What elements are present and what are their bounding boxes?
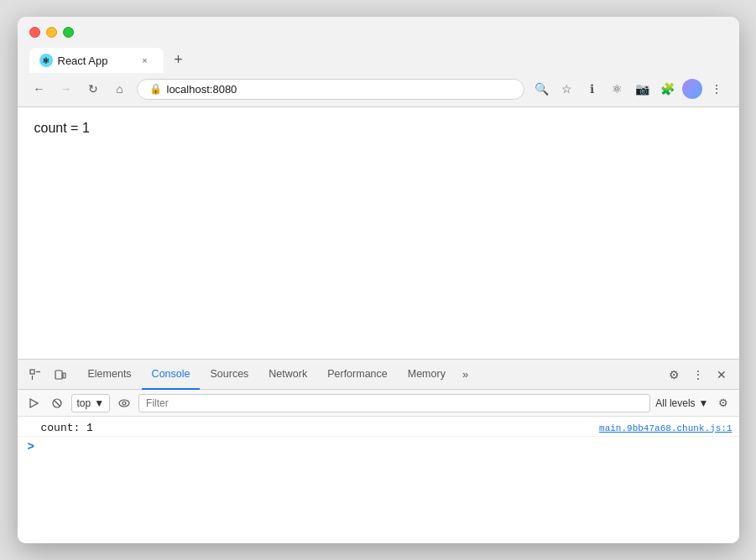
console-row-link[interactable]: main.9bb47a68.chunk.js:1 bbox=[599, 423, 732, 433]
extensions-icon[interactable]: 🧩 bbox=[657, 78, 679, 100]
filter-input[interactable] bbox=[138, 394, 650, 412]
console-settings-icon[interactable]: ⚙ bbox=[714, 394, 733, 412]
tab-title: React App bbox=[58, 54, 133, 67]
home-button[interactable]: ⌂ bbox=[110, 79, 130, 99]
device-mode-icon[interactable] bbox=[50, 364, 71, 386]
tab-network[interactable]: Network bbox=[258, 360, 317, 390]
console-toolbar: top ▼ All levels ▼ ⚙ bbox=[18, 390, 739, 417]
console-stop-button[interactable] bbox=[48, 394, 66, 412]
tab-favicon: ⚛ bbox=[39, 54, 53, 67]
devtools-more-button[interactable]: ⋮ bbox=[687, 364, 709, 386]
tab-sources[interactable]: Sources bbox=[200, 360, 258, 390]
console-content: count: 1 main.9bb47a68.chunk.js:1 > bbox=[18, 417, 739, 543]
reload-button[interactable]: ↻ bbox=[83, 79, 103, 99]
svg-rect-0 bbox=[30, 370, 34, 374]
tab-close-button[interactable]: × bbox=[138, 54, 152, 67]
tab-console[interactable]: Console bbox=[142, 360, 201, 390]
new-tab-button[interactable]: + bbox=[167, 48, 190, 71]
bookmark-icon[interactable]: ☆ bbox=[556, 78, 578, 100]
console-prompt[interactable]: > bbox=[18, 437, 739, 457]
menu-button[interactable]: ⋮ bbox=[706, 78, 727, 100]
minimize-window-button[interactable] bbox=[46, 27, 57, 38]
maximize-window-button[interactable] bbox=[63, 27, 74, 38]
devtools-close-button[interactable]: ✕ bbox=[711, 364, 733, 386]
console-row: count: 1 main.9bb47a68.chunk.js:1 bbox=[18, 420, 739, 437]
title-bar: ⚛ React App × + bbox=[18, 17, 739, 73]
devtools-right-icons: ⚙ ⋮ ✕ bbox=[664, 364, 733, 386]
tab-performance[interactable]: Performance bbox=[317, 360, 398, 390]
url-bar[interactable]: 🔒 localhost:8080 bbox=[137, 79, 524, 100]
profile-avatar[interactable] bbox=[682, 79, 702, 99]
devtools-settings-icon[interactable]: ⚙ bbox=[664, 364, 686, 386]
svg-point-8 bbox=[119, 400, 129, 407]
tab-memory[interactable]: Memory bbox=[398, 360, 456, 390]
back-button[interactable]: ← bbox=[29, 79, 50, 99]
more-tabs-button[interactable]: » bbox=[456, 368, 475, 381]
url-text: localhost:8080 bbox=[167, 83, 237, 96]
browser-tab[interactable]: ⚛ React App × bbox=[29, 48, 164, 73]
svg-rect-4 bbox=[63, 373, 65, 378]
svg-point-9 bbox=[123, 402, 126, 405]
console-eye-button[interactable] bbox=[115, 394, 133, 412]
svg-rect-3 bbox=[55, 371, 62, 379]
context-selector[interactable]: top ▼ bbox=[71, 394, 111, 412]
levels-selector[interactable]: All levels ▼ bbox=[655, 397, 708, 409]
page-content: count = 1 bbox=[18, 107, 739, 359]
lock-icon: 🔒 bbox=[149, 83, 162, 95]
svg-line-7 bbox=[55, 401, 60, 406]
forward-button[interactable]: → bbox=[56, 79, 76, 99]
tab-elements[interactable]: Elements bbox=[78, 360, 142, 390]
devtools-panel: Elements Console Sources Network Perform… bbox=[18, 359, 739, 543]
devtools-left-icons bbox=[24, 364, 71, 386]
page-text: count = 1 bbox=[34, 121, 90, 135]
browser-window: ⚛ React App × + ← → ↻ ⌂ 🔒 localhost:8080… bbox=[18, 17, 739, 543]
svg-marker-5 bbox=[30, 399, 38, 407]
console-row-text: count: 1 bbox=[41, 422, 93, 434]
info-icon[interactable]: ℹ bbox=[581, 78, 603, 100]
search-icon[interactable]: 🔍 bbox=[531, 78, 553, 100]
traffic-lights bbox=[29, 27, 727, 38]
devtools-tab-bar: Elements Console Sources Network Perform… bbox=[18, 360, 739, 390]
tab-bar: ⚛ React App × + bbox=[29, 48, 727, 73]
react-icon[interactable]: ⚛ bbox=[607, 78, 628, 100]
address-bar: ← → ↻ ⌂ 🔒 localhost:8080 🔍 ☆ ℹ ⚛ 📷 🧩 ⋮ bbox=[18, 73, 739, 107]
close-window-button[interactable] bbox=[29, 27, 40, 38]
element-picker-icon[interactable] bbox=[24, 364, 46, 386]
address-icons: 🔍 ☆ ℹ ⚛ 📷 🧩 ⋮ bbox=[531, 78, 727, 100]
console-run-button[interactable] bbox=[24, 394, 43, 412]
screenshot-icon[interactable]: 📷 bbox=[632, 78, 654, 100]
